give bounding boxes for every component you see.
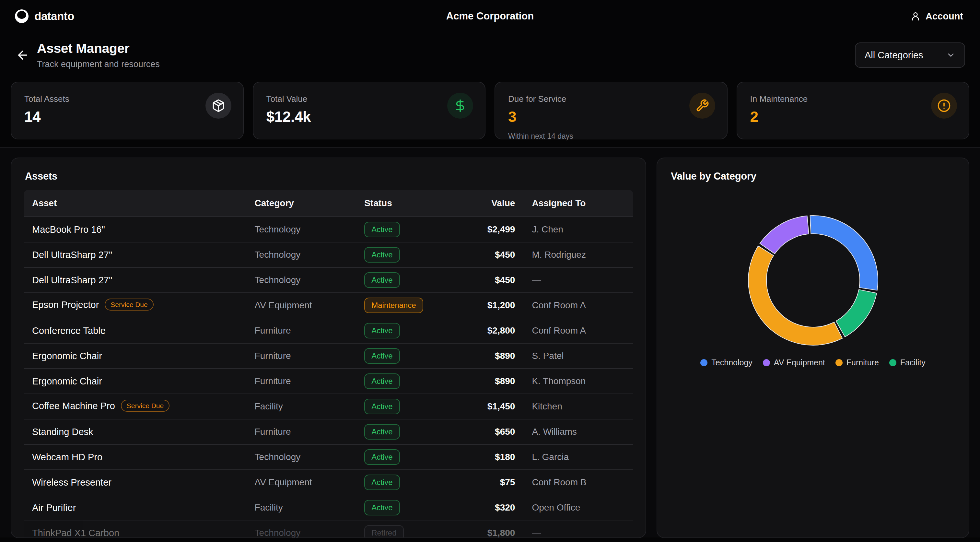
- table-row[interactable]: Wireless PresenterAV EquipmentActive$75C…: [24, 469, 633, 495]
- stat-card-in-maintenance: In Maintenance 2: [737, 82, 970, 139]
- asset-category: Facility: [246, 394, 356, 419]
- asset-name: MacBook Pro 16": [32, 224, 105, 235]
- value-by-category-donut-chart: [743, 211, 883, 350]
- asset-category: Furniture: [246, 343, 356, 368]
- column-header-value: Value: [450, 190, 524, 217]
- column-header-category: Category: [246, 190, 356, 217]
- asset-value: $75: [450, 469, 524, 495]
- legend-label: Facility: [900, 358, 926, 367]
- asset-assigned-to: L. Garcia: [523, 444, 633, 469]
- asset-name: Coffee Machine Pro: [32, 401, 115, 411]
- asset-value: $320: [450, 495, 524, 520]
- legend-label: Technology: [711, 358, 752, 367]
- stat-label: In Maintenance: [750, 94, 956, 104]
- asset-assigned-to: Conf Room A: [523, 318, 633, 343]
- wrench-icon: [689, 93, 715, 119]
- legend-dot: [763, 359, 770, 366]
- table-row[interactable]: Epson ProjectorService DueAV EquipmentMa…: [24, 292, 633, 318]
- category-filter-select[interactable]: All Categories: [855, 43, 965, 68]
- user-icon: [910, 11, 921, 21]
- column-header-asset: Asset: [24, 190, 246, 217]
- status-badge: Active: [364, 475, 399, 490]
- datanto-logo-icon: [15, 10, 29, 23]
- asset-assigned-to: Conf Room A: [523, 292, 633, 318]
- table-row[interactable]: Coffee Machine ProService DueFacilityAct…: [24, 394, 633, 419]
- stats-row: Total Assets 14 Total Value $12.4k Due f…: [0, 82, 980, 139]
- asset-name: Wireless Presenter: [32, 477, 111, 488]
- stat-card-total-assets: Total Assets 14: [11, 82, 244, 139]
- asset-assigned-to: S. Patel: [523, 343, 633, 368]
- asset-assigned-to: Open Office: [523, 495, 633, 520]
- status-badge: Active: [364, 323, 399, 338]
- donut-segment-av-equipment: [760, 216, 808, 254]
- table-row[interactable]: Dell UltraSharp 27"TechnologyActive$450—: [24, 267, 633, 292]
- legend-dot: [700, 359, 708, 366]
- table-row[interactable]: Ergonomic ChairFurnitureActive$890K. Tho…: [24, 368, 633, 394]
- stat-card-total-value: Total Value $12.4k: [253, 82, 486, 139]
- table-row[interactable]: Ergonomic ChairFurnitureActive$890S. Pat…: [24, 343, 633, 368]
- legend-item: AV Equipment: [763, 358, 825, 367]
- asset-category: Technology: [246, 267, 356, 292]
- top-bar: datanto Acme Corporation Account: [0, 0, 980, 32]
- status-badge: Active: [364, 449, 399, 465]
- asset-name: Air Purifier: [32, 502, 76, 513]
- asset-name: Dell UltraSharp 27": [32, 275, 112, 285]
- asset-value: $1,800: [450, 520, 524, 538]
- asset-name: Ergonomic Chair: [32, 376, 102, 386]
- status-badge: Active: [364, 348, 399, 364]
- company-title: Acme Corporation: [446, 10, 534, 22]
- asset-value: $890: [450, 368, 524, 394]
- asset-category: AV Equipment: [246, 469, 356, 495]
- stat-label: Due for Service: [508, 94, 714, 104]
- chart-panel-title: Value by Category: [671, 171, 956, 182]
- back-button[interactable]: [12, 45, 33, 65]
- asset-name: Standing Desk: [32, 427, 93, 437]
- asset-assigned-to: —: [523, 520, 633, 538]
- asset-assigned-to: —: [523, 267, 633, 292]
- table-row[interactable]: Air PurifierFacilityActive$320Open Offic…: [24, 495, 633, 520]
- stat-value: 2: [750, 108, 956, 126]
- page-subtitle: Track equipment and resources: [37, 59, 160, 69]
- page-title: Asset Manager: [37, 41, 160, 56]
- chevron-down-icon: [946, 51, 955, 60]
- asset-category: Technology: [246, 217, 356, 242]
- page-header: Asset Manager Track equipment and resour…: [0, 32, 980, 69]
- alert-circle-icon: [931, 93, 957, 119]
- asset-assigned-to: Conf Room B: [523, 469, 633, 495]
- table-row[interactable]: Standing DeskFurnitureActive$650A. Willi…: [24, 419, 633, 444]
- service-due-chip: Service Due: [105, 298, 153, 311]
- donut-segment-furniture: [748, 246, 842, 345]
- asset-value: $890: [450, 343, 524, 368]
- table-row[interactable]: Dell UltraSharp 27"TechnologyActive$450M…: [24, 242, 633, 267]
- status-badge: Active: [364, 373, 399, 389]
- asset-value: $2,800: [450, 318, 524, 343]
- asset-name: Dell UltraSharp 27": [32, 250, 112, 260]
- asset-name: Conference Table: [32, 325, 106, 336]
- asset-value: $2,499: [450, 217, 524, 242]
- status-badge: Active: [364, 222, 399, 237]
- stat-value: 3: [508, 108, 714, 126]
- asset-value: $1,450: [450, 394, 524, 419]
- package-icon: [205, 93, 231, 119]
- asset-name: Epson Projector: [32, 300, 99, 310]
- category-filter-value: All Categories: [865, 50, 923, 61]
- table-row[interactable]: Conference TableFurnitureActive$2,800Con…: [24, 318, 633, 343]
- table-row[interactable]: ThinkPad X1 CarbonTechnologyRetired$1,80…: [24, 520, 633, 538]
- brand[interactable]: datanto: [15, 10, 74, 23]
- account-button[interactable]: Account: [908, 11, 965, 22]
- table-row[interactable]: Webcam HD ProTechnologyActive$180L. Garc…: [24, 444, 633, 469]
- assets-panel-title: Assets: [25, 171, 633, 182]
- stat-label: Total Value: [266, 94, 472, 104]
- status-badge: Active: [364, 424, 399, 440]
- asset-assigned-to: M. Rodriguez: [523, 242, 633, 267]
- asset-name: ThinkPad X1 Carbon: [32, 528, 119, 538]
- asset-category: Furniture: [246, 419, 356, 444]
- asset-name: Ergonomic Chair: [32, 351, 102, 361]
- asset-assigned-to: J. Chen: [523, 217, 633, 242]
- column-header-status: Status: [356, 190, 450, 217]
- content-area: Assets Asset Category Status Value Assig…: [0, 147, 980, 537]
- asset-assigned-to: A. Williams: [523, 419, 633, 444]
- table-row[interactable]: MacBook Pro 16"TechnologyActive$2,499J. …: [24, 217, 633, 242]
- chart-legend: TechnologyAV EquipmentFurnitureFacility: [670, 358, 956, 367]
- donut-segment-technology: [810, 215, 878, 290]
